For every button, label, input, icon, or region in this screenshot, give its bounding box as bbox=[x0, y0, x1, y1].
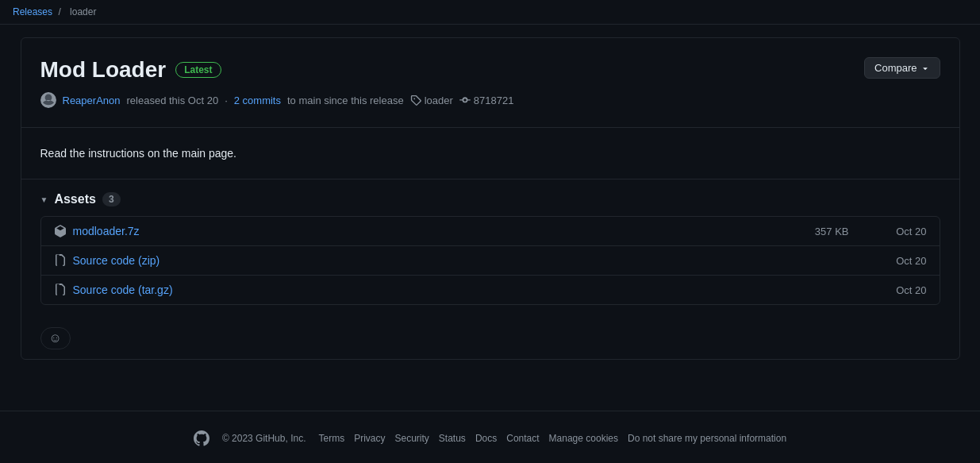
asset-link-1[interactable]: Source code (zip) bbox=[73, 254, 160, 267]
compare-button[interactable]: Compare bbox=[864, 57, 940, 79]
breadcrumb-separator: / bbox=[58, 6, 60, 17]
footer-link-cookies[interactable]: Manage cookies bbox=[549, 433, 618, 444]
emoji-reaction-button[interactable]: ☺ bbox=[40, 327, 71, 349]
compare-button-label: Compare bbox=[874, 62, 917, 74]
asset-date-0: Oct 20 bbox=[887, 226, 927, 237]
asset-source-suffix-1-text: (zip) bbox=[138, 254, 159, 267]
commit-hash-group: 8718721 bbox=[459, 95, 514, 106]
footer-link-status[interactable]: Status bbox=[439, 433, 466, 444]
asset-name-0: modloader.7z bbox=[54, 225, 140, 237]
footer-link-privacy[interactable]: Privacy bbox=[354, 433, 385, 444]
asset-meta-2: Oct 20 bbox=[849, 284, 927, 296]
footer-link-security[interactable]: Security bbox=[394, 433, 429, 444]
footer-link-docs[interactable]: Docs bbox=[475, 433, 497, 444]
meta-separator: · bbox=[225, 95, 228, 106]
release-title-section: Mod Loader Latest ReaperAnon released th… bbox=[40, 57, 514, 108]
commit-hash: 8718721 bbox=[474, 95, 514, 106]
release-meta: ReaperAnon released this Oct 20 · 2 comm… bbox=[40, 92, 514, 108]
latest-badge: Latest bbox=[175, 62, 221, 78]
asset-link-0[interactable]: modloader.7z bbox=[73, 225, 140, 237]
release-body: Read the instructions on the main page. bbox=[21, 128, 959, 179]
asset-link-2[interactable]: Source code (tar.gz) bbox=[73, 284, 173, 296]
breadcrumb-current: loader bbox=[70, 6, 96, 17]
release-title: Mod Loader bbox=[40, 57, 167, 83]
asset-row: Source code (zip) Oct 20 bbox=[41, 246, 940, 276]
release-title-row: Mod Loader Latest bbox=[40, 57, 514, 83]
asset-row: modloader.7z 357 KB Oct 20 bbox=[41, 217, 940, 246]
footer-copyright: © 2023 GitHub, Inc. bbox=[222, 433, 306, 444]
tag-label: loader bbox=[425, 95, 453, 106]
asset-name-1: Source code (zip) bbox=[54, 254, 160, 267]
emoji-section: ☺ bbox=[21, 318, 959, 359]
asset-source-suffix-2: (tar.gz) bbox=[138, 284, 173, 296]
avatar bbox=[40, 92, 56, 108]
release-card: Mod Loader Latest ReaperAnon released th… bbox=[21, 37, 960, 360]
footer-link-terms[interactable]: Terms bbox=[318, 433, 344, 444]
asset-date-1: Oct 20 bbox=[887, 255, 927, 267]
asset-size-0: 357 KB bbox=[815, 226, 849, 237]
tag-icon-group: loader bbox=[410, 95, 453, 106]
assets-label: Assets bbox=[54, 192, 95, 206]
asset-name-2: Source code (tar.gz) bbox=[54, 284, 173, 296]
asset-date-2: Oct 20 bbox=[887, 284, 927, 296]
github-logo bbox=[194, 430, 209, 446]
footer: © 2023 GitHub, Inc. Terms Privacy Securi… bbox=[0, 411, 980, 463]
releases-link[interactable]: Releases bbox=[13, 6, 52, 17]
assets-toggle-icon: ▼ bbox=[40, 195, 48, 204]
asset-source-name-2: Source code bbox=[73, 284, 136, 296]
asset-meta-0: 357 KB Oct 20 bbox=[815, 226, 927, 237]
release-description: Read the instructions on the main page. bbox=[40, 147, 940, 160]
commits-suffix: to main since this release bbox=[287, 95, 404, 106]
asset-meta-1: Oct 20 bbox=[849, 255, 927, 267]
assets-section: ▼ Assets 3 modloader.7z bbox=[21, 179, 959, 318]
package-icon bbox=[54, 225, 67, 237]
asset-row: Source code (tar.gz) Oct 20 bbox=[41, 276, 940, 304]
file-tar-icon bbox=[54, 284, 67, 296]
assets-header: ▼ Assets 3 bbox=[40, 192, 940, 206]
footer-links: Terms Privacy Security Status Docs Conta… bbox=[318, 433, 786, 444]
asset-list: modloader.7z 357 KB Oct 20 bbox=[40, 216, 940, 305]
commits-link[interactable]: 2 commits bbox=[234, 95, 281, 106]
breadcrumb: Releases / loader bbox=[0, 0, 980, 25]
release-header: Mod Loader Latest ReaperAnon released th… bbox=[21, 38, 959, 128]
main-container: Mod Loader Latest ReaperAnon released th… bbox=[8, 25, 973, 385]
asset-source-name-1: Source code bbox=[73, 254, 136, 267]
file-zip-icon bbox=[54, 254, 67, 267]
released-text: released this Oct 20 bbox=[127, 95, 219, 106]
footer-link-do-not-share[interactable]: Do not share my personal information bbox=[628, 433, 786, 444]
assets-count: 3 bbox=[102, 192, 121, 206]
footer-link-contact[interactable]: Contact bbox=[506, 433, 539, 444]
author-link[interactable]: ReaperAnon bbox=[63, 95, 121, 106]
